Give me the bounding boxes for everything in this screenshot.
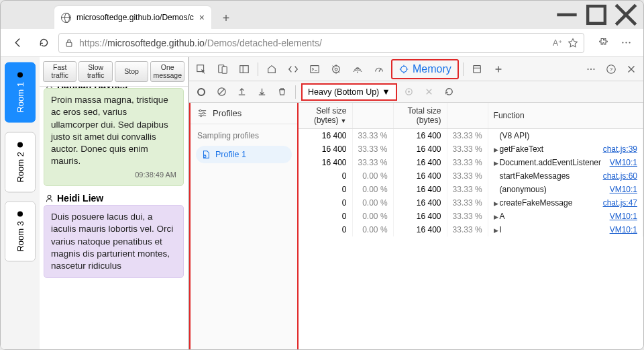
favorite-icon[interactable] <box>568 38 578 48</box>
svg-point-9 <box>48 195 51 198</box>
source-link[interactable]: chat.js:60 <box>603 171 637 181</box>
svg-point-54 <box>203 112 205 114</box>
room-tab[interactable]: Room 1 <box>5 62 36 123</box>
export-button[interactable] <box>233 84 250 100</box>
record-button[interactable] <box>193 84 209 100</box>
source-link[interactable]: chat.js:47 <box>603 198 637 208</box>
room-tab[interactable]: Room 3 <box>5 202 36 262</box>
svg-point-35 <box>593 68 594 69</box>
extensions-button[interactable] <box>592 32 614 54</box>
panel-layout-icon[interactable] <box>235 60 254 79</box>
profile-icon <box>201 150 211 159</box>
slow-traffic-button[interactable]: Slow traffic <box>78 61 112 82</box>
message-time: 09:38:49 AM <box>51 170 176 180</box>
memory-icon <box>398 64 409 75</box>
table-row[interactable]: 00.00 %16 40033.33 %▶createFakeMessagech… <box>299 196 643 210</box>
tab-close-icon[interactable]: × <box>199 12 205 23</box>
svg-point-33 <box>587 68 588 69</box>
refresh-button[interactable] <box>33 32 54 54</box>
chat-list: Hannah HaynesProin massa magna, tristiqu… <box>40 87 188 350</box>
source-link[interactable]: chat.js:39 <box>603 144 637 154</box>
profiles-sidebar: Profiles Sampling profiles Profile 1 <box>189 103 299 350</box>
profile-table[interactable]: Self size (bytes)▼ Total size (bytes) Fu… <box>299 103 643 350</box>
svg-point-22 <box>357 71 358 73</box>
reader-icon[interactable]: A⁺ <box>553 38 562 48</box>
table-row[interactable]: 00.00 %16 40033.33 %▶AVM10:1 <box>299 210 643 223</box>
clear-focus-button[interactable] <box>421 84 437 100</box>
table-row[interactable]: 16 40033.33 %16 40033.33 %▶getFakeTextch… <box>299 142 643 156</box>
svg-point-47 <box>408 91 410 93</box>
url-box[interactable]: https://microsoftedge.github.io/Demos/de… <box>58 33 584 53</box>
devtools-close-icon[interactable] <box>622 60 641 79</box>
svg-line-23 <box>379 69 381 71</box>
svg-point-7 <box>629 42 630 43</box>
devtools-help-icon[interactable]: ? <box>602 60 621 79</box>
col-self[interactable]: Self size (bytes)▼ <box>299 103 352 129</box>
table-row[interactable]: 00.00 %16 40033.33 %▶(anonymous)VM10:1 <box>299 183 643 196</box>
room-tab[interactable]: Room 2 <box>5 132 36 193</box>
dropdown-icon: ▼ <box>382 87 390 97</box>
stop-button[interactable]: Stop <box>115 61 148 82</box>
delete-button[interactable] <box>274 84 290 100</box>
menu-button[interactable] <box>615 32 637 54</box>
svg-rect-29 <box>473 65 480 73</box>
col-total[interactable]: Total size (bytes) <box>393 103 447 129</box>
profile-item[interactable]: Profile 1 <box>196 146 292 163</box>
svg-line-41 <box>219 89 224 95</box>
globe-icon <box>61 13 71 23</box>
devtools-panel: Memory ? Heavy (Bottom Up) ▼ <box>189 57 643 350</box>
profiles-subheader: Sampling profiles <box>191 124 297 143</box>
svg-point-6 <box>625 42 627 43</box>
col-function[interactable]: Function <box>488 103 643 129</box>
welcome-tab-icon[interactable] <box>262 60 281 79</box>
device-toggle-icon[interactable] <box>213 60 232 79</box>
console-tab-icon[interactable] <box>305 60 324 79</box>
message-body: Proin massa magna, tristique ac eros sed… <box>44 88 184 186</box>
view-selector[interactable]: Heavy (Bottom Up) ▼ <box>301 83 397 101</box>
message-body: Duis posuere lacus dui, a iaculis mauris… <box>44 205 184 278</box>
network-tab-icon[interactable] <box>348 60 367 79</box>
window-minimize-button[interactable] <box>552 5 582 25</box>
source-link[interactable]: VM10:1 <box>610 212 637 221</box>
svg-point-56 <box>204 155 207 158</box>
gc-button[interactable] <box>441 84 458 100</box>
memory-tab-label: Memory <box>413 63 451 75</box>
chat-toolbar: Fast traffic Slow traffic Stop One messa… <box>40 57 188 87</box>
import-button[interactable] <box>254 84 270 100</box>
table-row[interactable]: 00.00 %16 40033.33 %▶IVM10:1 <box>299 223 643 236</box>
svg-point-34 <box>590 68 592 69</box>
clear-button[interactable] <box>213 84 229 100</box>
table-row[interactable]: 00.00 %16 40033.33 %▶startFakeMessagesch… <box>299 169 643 183</box>
application-tab-icon[interactable] <box>468 60 486 79</box>
lock-icon <box>64 38 74 48</box>
source-link[interactable]: VM10:1 <box>610 158 637 167</box>
filter-icon <box>197 108 207 118</box>
chat-panel: Room 1Room 2Room 3 Fast traffic Slow tra… <box>1 57 189 350</box>
devtools-more-icon[interactable] <box>582 60 600 79</box>
inspect-element-icon[interactable] <box>192 60 211 79</box>
one-message-button[interactable]: One message <box>150 61 184 82</box>
browser-tab[interactable]: microsoftedge.github.io/Demos/c × <box>54 6 211 29</box>
svg-text:?: ? <box>610 67 613 73</box>
table-row[interactable]: 16 40033.33 %16 40033.33 %▶(V8 API) <box>299 129 643 143</box>
performance-tab-icon[interactable] <box>370 60 388 79</box>
window-close-button[interactable] <box>611 5 641 25</box>
svg-rect-13 <box>240 65 248 73</box>
window-maximize-button[interactable] <box>582 5 611 25</box>
memory-tab[interactable]: Memory <box>391 59 459 79</box>
back-button[interactable] <box>7 32 29 54</box>
svg-point-17 <box>335 68 337 71</box>
svg-point-53 <box>199 110 201 112</box>
svg-rect-15 <box>311 65 319 73</box>
focus-button[interactable] <box>401 84 417 100</box>
view-label: Heavy (Bottom Up) <box>308 87 379 97</box>
new-tab-button[interactable]: + <box>215 7 237 29</box>
sources-tab-icon[interactable] <box>327 60 345 79</box>
elements-tab-icon[interactable] <box>284 60 303 79</box>
table-row[interactable]: 16 40033.33 %16 40033.33 %▶Document.addE… <box>299 156 643 169</box>
more-tabs-button[interactable] <box>489 60 508 79</box>
fast-traffic-button[interactable]: Fast traffic <box>43 61 76 82</box>
devtools-tabbar: Memory ? <box>189 57 643 81</box>
source-link[interactable]: VM10:1 <box>610 185 637 194</box>
source-link[interactable]: VM10:1 <box>610 225 637 234</box>
